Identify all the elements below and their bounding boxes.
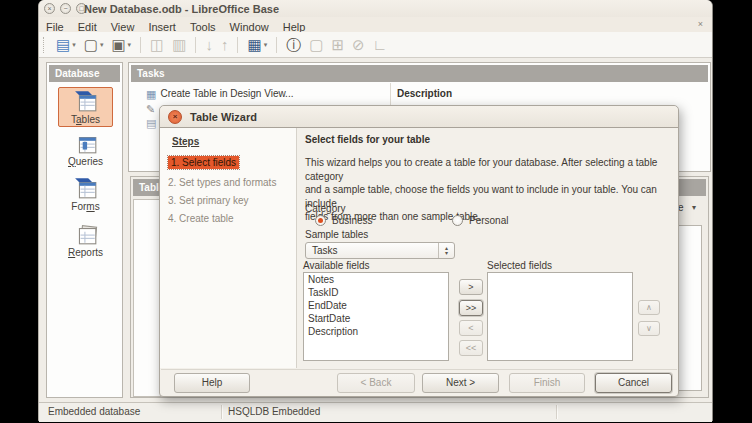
paste-icon: ▥ bbox=[172, 37, 186, 53]
dialog-title: Table Wizard bbox=[190, 111, 257, 123]
move-all-right-button[interactable]: >> bbox=[459, 300, 483, 316]
info-icon: ⓘ bbox=[286, 37, 301, 53]
toolbar-grip[interactable] bbox=[43, 37, 49, 53]
move-up-button[interactable]: ∧ bbox=[638, 300, 660, 315]
available-fields-listbox[interactable]: NotesTaskIDEndDateStartDateDescription bbox=[303, 272, 449, 361]
stepper-arrows-icon[interactable]: ▴▾ bbox=[438, 243, 454, 258]
move-right-button[interactable]: > bbox=[459, 279, 483, 295]
list-item[interactable]: TaskID bbox=[304, 286, 448, 299]
selected-fields-listbox[interactable] bbox=[487, 272, 633, 361]
relation-icon: ∟ bbox=[373, 37, 388, 53]
dialog-close-icon[interactable]: × bbox=[168, 110, 182, 124]
list-item[interactable]: Description bbox=[304, 325, 448, 338]
save-icon: ▣ bbox=[111, 37, 125, 53]
radio-personal[interactable] bbox=[452, 215, 463, 226]
list-item[interactable]: EndDate bbox=[304, 299, 448, 312]
table-grid-icon: ▦ bbox=[146, 88, 156, 100]
table-button[interactable]: ⊞ bbox=[328, 36, 347, 54]
statusbar-engine: HSQLDB Embedded bbox=[228, 406, 320, 417]
sample-tables-label: Sample tables bbox=[305, 229, 368, 240]
steps-header: Steps bbox=[172, 136, 199, 147]
task-row[interactable]: ✎ bbox=[146, 103, 159, 116]
radio-label-personal: Personal bbox=[469, 215, 508, 226]
description-header: Description bbox=[397, 88, 452, 99]
sample-tables-dropdown[interactable]: Tasks ▴▾ bbox=[305, 242, 455, 259]
folder-button[interactable]: ▢ bbox=[306, 36, 326, 54]
form-icon: ▦ bbox=[247, 37, 261, 53]
footer-divider bbox=[161, 369, 677, 370]
toolbar-separator bbox=[237, 37, 238, 53]
next-button[interactable]: Next > bbox=[422, 373, 499, 393]
menubar: FileEditViewInsertToolsWindowHelp × bbox=[39, 17, 712, 32]
database-panel: Database TablesQueriesFormsReports bbox=[46, 62, 123, 398]
queries-icon bbox=[71, 131, 101, 155]
sidebar-item-forms[interactable]: Forms bbox=[47, 176, 124, 212]
copy-icon: ◫ bbox=[150, 37, 164, 53]
chevron-down-icon: ▾ bbox=[72, 41, 76, 49]
table-icon: ⊞ bbox=[331, 37, 344, 53]
relation-button[interactable]: ∟ bbox=[370, 36, 391, 54]
titlebar: × − □ New Database.odb - LibreOffice Bas… bbox=[39, 0, 712, 17]
list-item[interactable]: StartDate bbox=[304, 312, 448, 325]
wizard-description-line: and a sample table, choose the fields yo… bbox=[305, 183, 680, 210]
task-create-table-design-view[interactable]: ▦Create Table in Design View... bbox=[146, 88, 293, 101]
new-database-icon: ▤ bbox=[56, 37, 70, 53]
copy-button[interactable]: ◫ bbox=[147, 36, 167, 54]
dialog-titlebar: × Table Wizard bbox=[160, 106, 678, 128]
sheet-icon: ▤ bbox=[146, 117, 156, 129]
tables-icon bbox=[71, 89, 101, 113]
window-close-icon[interactable]: × bbox=[44, 3, 55, 14]
sidebar-item-queries[interactable]: Queries bbox=[47, 131, 124, 167]
form-button[interactable]: ▦▾ bbox=[244, 36, 270, 54]
close-document-icon[interactable]: × bbox=[698, 19, 703, 29]
toolbar-separator bbox=[140, 37, 141, 53]
statusbar-database-type: Embedded database bbox=[48, 406, 140, 417]
none-button[interactable]: ⊘ bbox=[349, 36, 368, 54]
new-database-button[interactable]: ▤▾ bbox=[53, 36, 79, 54]
list-item[interactable]: Notes bbox=[304, 273, 448, 286]
chevron-down-icon[interactable]: ▾ bbox=[692, 203, 696, 212]
sidebar-item-reports[interactable]: Reports bbox=[47, 222, 124, 258]
finish-button[interactable]: Finish bbox=[509, 373, 585, 393]
libreoffice-base-window: × − □ New Database.odb - LibreOffice Bas… bbox=[38, 0, 713, 421]
open-button[interactable]: ▢▾ bbox=[81, 36, 107, 54]
move-all-left-button[interactable]: << bbox=[459, 340, 483, 356]
sidebar-item-label: Reports bbox=[68, 247, 103, 258]
window-minimize-icon[interactable]: − bbox=[60, 3, 71, 14]
toolbar-separator bbox=[276, 37, 277, 53]
info-button[interactable]: ⓘ bbox=[283, 36, 304, 54]
save-button[interactable]: ▣▾ bbox=[108, 36, 134, 54]
window-title: New Database.odb - LibreOffice Base bbox=[84, 3, 279, 15]
forms-icon bbox=[71, 176, 101, 200]
statusbar-separator bbox=[221, 405, 223, 419]
selected-fields-label: Selected fields bbox=[487, 260, 552, 271]
paste-button[interactable]: ▥ bbox=[169, 36, 189, 54]
screen: × − □ New Database.odb - LibreOffice Bas… bbox=[0, 0, 752, 423]
radio-business[interactable] bbox=[315, 215, 326, 226]
move-down-button[interactable]: ∨ bbox=[638, 321, 660, 336]
wizard-step-1[interactable]: 1. Select fields bbox=[168, 156, 239, 169]
table-wizard-dialog: × Table Wizard Steps 1. Select fields2. … bbox=[159, 105, 679, 397]
sidebar-item-label: Forms bbox=[71, 201, 99, 212]
folder-icon: ▢ bbox=[309, 37, 323, 53]
help-button[interactable]: Help bbox=[174, 373, 250, 393]
sidebar-item-tables[interactable]: Tables bbox=[47, 89, 124, 125]
open-icon: ▢ bbox=[84, 37, 98, 53]
category-label: Category bbox=[305, 203, 346, 214]
wizard-description: This wizard helps you to create a table … bbox=[305, 156, 680, 224]
sort-descending-icon: ↑ bbox=[221, 37, 229, 53]
back-button[interactable]: < Back bbox=[337, 373, 415, 393]
sort-ascending-button[interactable]: ↓ bbox=[202, 36, 216, 54]
wizard-step-3[interactable]: 3. Set primary key bbox=[168, 195, 249, 206]
toolbar: ▤▾▢▾▣▾◫▥↓↑▦▾ⓘ▢⊞⊘∟ bbox=[39, 32, 712, 58]
sidebar-item-label: Queries bbox=[68, 156, 103, 167]
wizard-step-2[interactable]: 2. Set types and formats bbox=[168, 177, 276, 188]
cancel-button[interactable]: Cancel bbox=[595, 373, 672, 393]
wizard-step-4[interactable]: 4. Create table bbox=[168, 213, 234, 224]
sort-descending-button[interactable]: ↑ bbox=[218, 36, 232, 54]
move-left-button[interactable]: < bbox=[459, 320, 483, 336]
pencil-icon: ✎ bbox=[146, 103, 155, 115]
available-fields-label: Available fields bbox=[303, 260, 370, 271]
wizard-main-pane: Select fields for your table This wizard… bbox=[297, 128, 680, 368]
sidebar-item-label: Tables bbox=[71, 114, 100, 125]
